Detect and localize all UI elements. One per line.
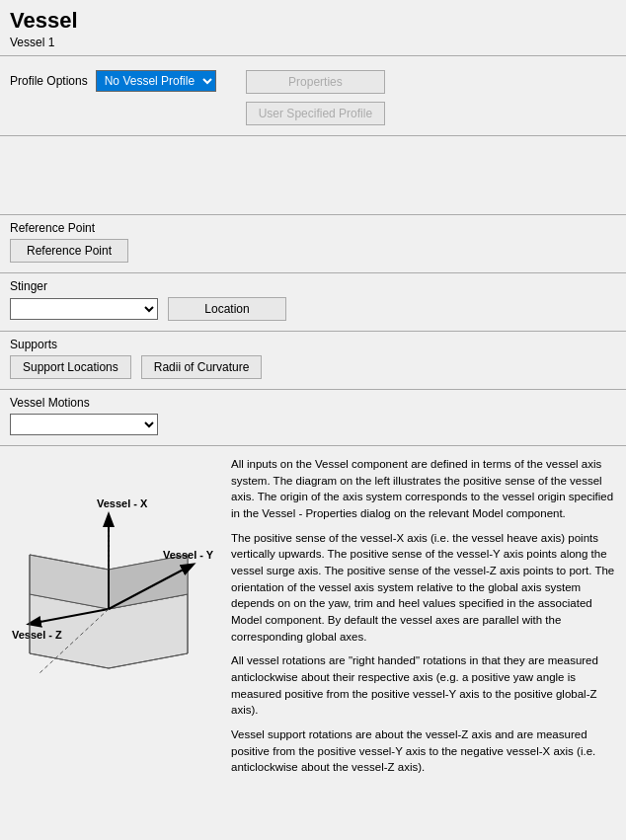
profile-options-label: Profile Options xyxy=(10,70,88,88)
user-specified-profile-button[interactable]: User Specified Profile xyxy=(246,102,385,125)
vessel-y-axis-label: Vessel - Y xyxy=(163,549,214,561)
vessel-x-axis-label: Vessel - X xyxy=(97,497,148,509)
profile-buttons: Properties User Specified Profile xyxy=(246,70,385,125)
radii-of-curvature-button[interactable]: Radii of Curvature xyxy=(141,355,263,379)
info-paragraph-1: All inputs on the Vessel component are d… xyxy=(231,456,616,522)
title-divider xyxy=(0,55,626,56)
stinger-select[interactable] xyxy=(10,298,158,320)
vessel-diagram-svg: Vessel - X Vessel - Y Vessel - Z xyxy=(10,456,217,703)
subtitle: Vessel 1 xyxy=(0,36,626,55)
stinger-label: Stinger xyxy=(10,279,616,293)
stinger-section: Stinger Location xyxy=(0,273,626,332)
vessel-motions-label: Vessel Motions xyxy=(10,396,616,410)
info-section: Vessel - X Vessel - Y Vessel - Z All inp… xyxy=(0,446,626,786)
info-paragraph-3: All vessel rotations are "right handed" … xyxy=(231,652,616,719)
supports-row: Support Locations Radii of Curvature xyxy=(10,355,616,379)
vessel-z-axis-label: Vessel - Z xyxy=(12,629,62,641)
page-title: Vessel xyxy=(10,8,616,34)
title-bar: Vessel xyxy=(0,0,626,36)
info-text-block: All inputs on the Vessel component are d… xyxy=(231,456,616,776)
reference-point-label: Reference Point xyxy=(10,221,616,235)
properties-button[interactable]: Properties xyxy=(246,70,385,94)
location-button[interactable]: Location xyxy=(168,297,286,321)
info-paragraph-4: Vessel support rotations are about the v… xyxy=(231,726,616,776)
vessel-diagram: Vessel - X Vessel - Y Vessel - Z xyxy=(10,456,217,776)
support-locations-button[interactable]: Support Locations xyxy=(10,355,131,379)
profile-options-section: Profile Options No Vessel Profile Proper… xyxy=(0,64,626,136)
reference-point-button[interactable]: Reference Point xyxy=(10,239,128,263)
spacer-section xyxy=(0,136,626,215)
supports-section: Supports Support Locations Radii of Curv… xyxy=(0,332,626,390)
vessel-motions-section: Vessel Motions xyxy=(0,390,626,446)
profile-select-wrap: No Vessel Profile xyxy=(96,70,216,92)
vessel-motions-select[interactable] xyxy=(10,414,158,435)
reference-point-section: Reference Point Reference Point xyxy=(0,215,626,273)
profile-options-select[interactable]: No Vessel Profile xyxy=(96,70,216,92)
info-paragraph-2: The positive sense of the vessel-X axis … xyxy=(231,530,616,646)
supports-label: Supports xyxy=(10,338,616,351)
stinger-row: Location xyxy=(10,297,616,321)
